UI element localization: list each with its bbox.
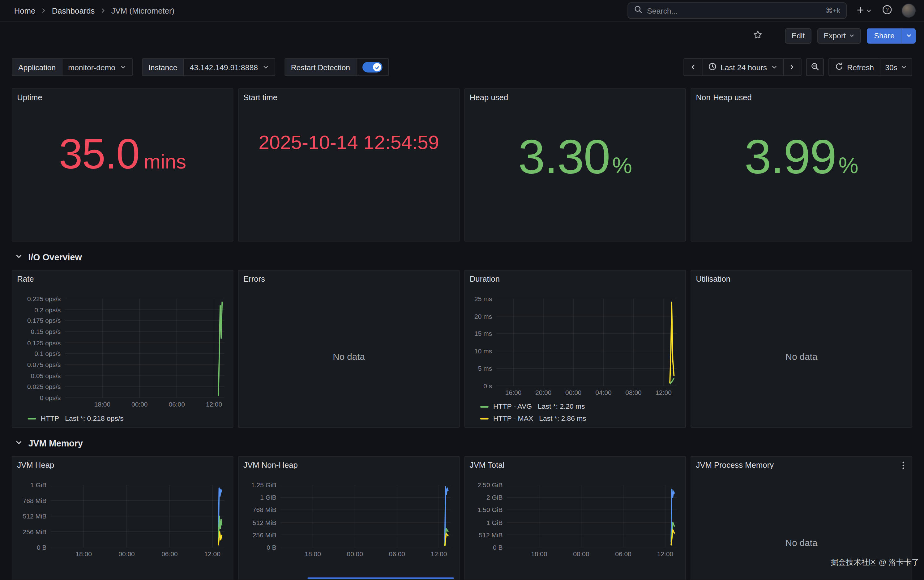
- y-axis: 1.25 GiB1 GiB768 MiB512 MiB256 MiB0 B: [245, 485, 280, 547]
- clock-icon: [708, 62, 716, 72]
- panel-header[interactable]: Heap used: [465, 89, 685, 105]
- restart-detection-toggle-area: [357, 59, 389, 76]
- chevron-down-icon: [120, 63, 126, 72]
- series-marker: [480, 405, 489, 407]
- share-button[interactable]: Share: [867, 28, 902, 44]
- refresh-group: Refresh 30s: [828, 58, 912, 76]
- help-button[interactable]: ?: [881, 3, 893, 18]
- zoom-out-icon: [810, 62, 819, 72]
- restart-detection-control: Restart Detection: [285, 58, 389, 76]
- panel-title: Errors: [243, 274, 265, 283]
- panel-header[interactable]: Errors: [239, 270, 459, 287]
- refresh-button[interactable]: Refresh: [829, 59, 880, 76]
- check-icon: [375, 63, 379, 72]
- chart-series-line: [218, 302, 222, 396]
- panel-title: JVM Non-Heap: [243, 460, 298, 469]
- legend-item[interactable]: HTTP Last *: 0.218 ops/s: [28, 414, 224, 423]
- x-tick-label: 06:00: [168, 401, 184, 408]
- stat-value: 2025-10-14 12:54:59: [239, 105, 459, 241]
- y-tick-label: 256 MiB: [23, 528, 47, 535]
- refresh-icon: [835, 62, 843, 72]
- plot-area[interactable]: [507, 485, 677, 547]
- panel-header[interactable]: Start time: [239, 89, 459, 105]
- x-tick-label: 00:00: [573, 550, 589, 557]
- legend: HTTP - AVG Last *: 2.20 ms HTTP - MAX La…: [471, 397, 677, 423]
- edit-button[interactable]: Edit: [785, 28, 812, 44]
- panel-jvm-non-heap: JVM Non-Heap 1.25 GiB1 GiB768 MiB512 MiB…: [238, 456, 460, 580]
- chevron-down-icon: [771, 63, 777, 72]
- section-jvm-memory[interactable]: JVM Memory: [0, 435, 924, 451]
- y-tick-label: 25 ms: [474, 295, 492, 302]
- restart-detection-toggle[interactable]: [362, 62, 382, 72]
- add-menu-button[interactable]: [855, 4, 873, 17]
- plot-area[interactable]: [51, 485, 224, 547]
- panel-menu-button[interactable]: [900, 460, 907, 473]
- panel-heap-used: Heap used 3.30 %: [464, 89, 686, 241]
- time-shift-forward-button[interactable]: [783, 59, 800, 76]
- panel-header[interactable]: Duration: [465, 270, 685, 287]
- y-tick-label: 768 MiB: [23, 497, 47, 504]
- panel-header[interactable]: JVM Total: [465, 456, 685, 473]
- x-axis: 18:0000:0006:0012:00: [65, 397, 224, 409]
- panel-title: Non-Heap used: [696, 93, 752, 102]
- breadcrumb: Home Dashboards JVM (Micrometer): [14, 6, 175, 15]
- application-select[interactable]: monitor-demo: [62, 59, 132, 76]
- stat-number: 2025-10-14 12:54:59: [259, 133, 439, 152]
- plot-area[interactable]: [496, 299, 677, 386]
- panel-header[interactable]: JVM Heap: [12, 456, 233, 473]
- y-axis: 1 GiB768 MiB512 MiB256 MiB0 B: [18, 485, 51, 547]
- legend-item[interactable]: HTTP - MAX Last *: 2.86 ms: [480, 414, 677, 423]
- instance-select[interactable]: 43.142.149.91:8888: [184, 59, 274, 76]
- y-tick-label: 0.15 ops/s: [31, 328, 61, 335]
- search-shortcut: ⌘+k: [826, 7, 840, 15]
- panel-header[interactable]: Rate: [12, 270, 233, 287]
- search-bar[interactable]: ⌘+k: [628, 2, 847, 19]
- stat-number: 3.30: [518, 133, 610, 181]
- x-tick-label: 12:00: [655, 389, 671, 396]
- refresh-label: Refresh: [847, 63, 874, 72]
- legend-item[interactable]: HTTP - AVG Last *: 2.20 ms: [480, 402, 677, 411]
- panel-errors: Errors No data: [238, 270, 460, 428]
- panel-header[interactable]: Utilisation: [691, 270, 912, 287]
- y-tick-label: 0.175 ops/s: [27, 317, 61, 324]
- zoom-out-time-button[interactable]: [806, 58, 824, 76]
- stats-row: Uptime 35.0 mins Start time 2025-10-14 1…: [0, 89, 924, 241]
- series-name: HTTP: [41, 414, 59, 423]
- memory-row: JVM Heap 1 GiB768 MiB512 MiB256 MiB0 B 1…: [0, 456, 924, 580]
- breadcrumb-dashboards[interactable]: Dashboards: [52, 6, 95, 15]
- series-value: Last *: 2.86 ms: [539, 414, 586, 423]
- time-shift-back-button[interactable]: [684, 59, 702, 76]
- y-axis: 0.225 ops/s0.2 ops/s0.175 ops/s0.15 ops/…: [18, 299, 65, 397]
- panel-title: JVM Total: [470, 460, 504, 469]
- y-tick-label: 15 ms: [474, 330, 492, 337]
- x-tick-label: 18:00: [305, 550, 321, 557]
- y-tick-label: 0.2 ops/s: [34, 306, 61, 313]
- breadcrumb-current: JVM (Micrometer): [111, 6, 175, 15]
- y-tick-label: 512 MiB: [479, 531, 503, 538]
- plot-area[interactable]: [280, 485, 451, 547]
- refresh-interval-select[interactable]: 30s: [880, 59, 912, 76]
- user-avatar[interactable]: [902, 3, 916, 18]
- favorite-star-button[interactable]: [753, 30, 763, 41]
- svg-text:?: ?: [886, 7, 889, 13]
- y-tick-label: 0.075 ops/s: [27, 361, 61, 368]
- y-tick-label: 2.50 GiB: [478, 481, 503, 488]
- panel-jvm-heap: JVM Heap 1 GiB768 MiB512 MiB256 MiB0 B 1…: [12, 456, 234, 580]
- search-input[interactable]: [647, 6, 821, 15]
- x-tick-label: 06:00: [615, 550, 631, 557]
- x-tick-label: 18:00: [531, 550, 547, 557]
- plot-area[interactable]: [65, 299, 224, 397]
- time-range-picker[interactable]: Last 24 hours: [702, 59, 783, 76]
- search-icon: [634, 5, 642, 16]
- export-button[interactable]: Export: [817, 28, 861, 44]
- panel-header[interactable]: JVM Non-Heap: [239, 456, 459, 473]
- section-io-overview[interactable]: I/O Overview: [0, 249, 924, 265]
- rate-chart: 0.225 ops/s0.2 ops/s0.175 ops/s0.15 ops/…: [12, 287, 233, 427]
- panel-header[interactable]: JVM Process Memory: [691, 456, 912, 473]
- panel-header[interactable]: Uptime: [12, 89, 233, 105]
- legend: HTTP Last *: 0.218 ops/s: [18, 409, 224, 423]
- panel-header[interactable]: Non-Heap used: [691, 89, 912, 105]
- breadcrumb-home[interactable]: Home: [14, 6, 36, 15]
- share-menu-button[interactable]: [902, 28, 916, 44]
- x-tick-label: 12:00: [431, 550, 447, 557]
